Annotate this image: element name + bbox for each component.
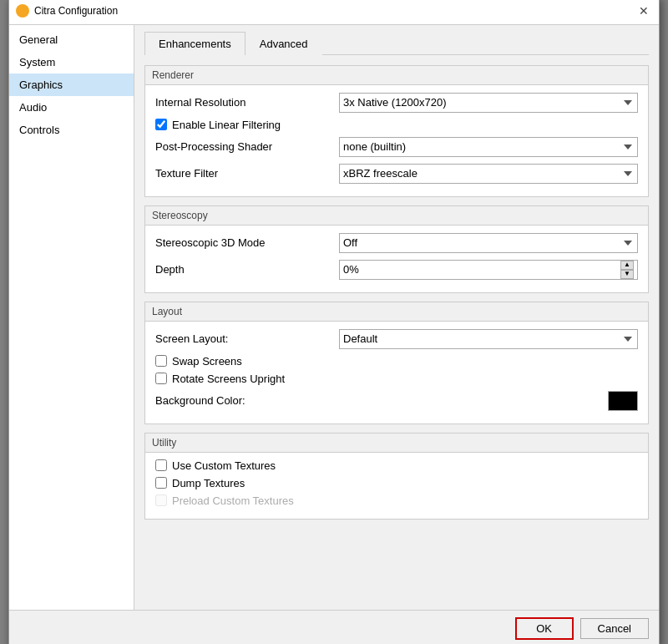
background-color-button[interactable] [608, 391, 638, 411]
texture-filter-select[interactable]: None xBRZ freescale [339, 164, 638, 184]
post-processing-control: none (builtin) [339, 137, 638, 157]
depth-control: ▲ ▼ [339, 260, 638, 280]
texture-filter-label: Texture Filter [155, 167, 339, 180]
dump-textures-row: Dump Textures [155, 477, 638, 489]
renderer-header: Renderer [145, 66, 648, 85]
post-processing-select[interactable]: none (builtin) [339, 137, 638, 157]
screen-layout-row: Screen Layout: Default Single Screen Lar… [155, 328, 638, 350]
post-processing-row: Post-Processing Shader none (builtin) [155, 136, 638, 158]
background-color-row: Background Color: [155, 390, 638, 412]
post-processing-label: Post-Processing Shader [155, 140, 339, 153]
stereoscopy-body: Stereoscopic 3D Mode Off Side by Side An… [145, 226, 648, 292]
layout-section: Layout Screen Layout: Default Single Scr… [144, 302, 649, 424]
depth-input[interactable] [343, 263, 575, 276]
depth-spinbox: ▲ ▼ [339, 260, 638, 280]
dump-textures-label: Dump Textures [172, 477, 245, 489]
sidebar-item-controls[interactable]: Controls [9, 119, 134, 141]
window-title: Citra Configuration [34, 5, 118, 17]
background-color-label: Background Color: [155, 394, 339, 407]
sidebar-item-general[interactable]: General [9, 28, 134, 51]
linear-filtering-checkbox[interactable] [155, 119, 167, 130]
screen-layout-control: Default Single Screen Large Screen Side … [339, 329, 638, 349]
depth-label: Depth [155, 263, 339, 276]
content-area: General System Graphics Audio Controls E… [9, 25, 659, 610]
stereo-mode-control: Off Side by Side Anaglyph [339, 233, 638, 253]
tab-advanced[interactable]: Advanced [245, 32, 322, 55]
texture-filter-control: None xBRZ freescale [339, 164, 638, 184]
app-icon [16, 4, 29, 18]
screen-layout-select[interactable]: Default Single Screen Large Screen Side … [339, 329, 638, 349]
swap-screens-checkbox[interactable] [155, 355, 167, 367]
depth-increment-button[interactable]: ▲ [620, 261, 634, 270]
stereo-mode-select[interactable]: Off Side by Side Anaglyph [339, 233, 638, 253]
stereo-mode-label: Stereoscopic 3D Mode [155, 236, 339, 249]
rotate-screens-checkbox[interactable] [155, 373, 167, 384]
internal-resolution-row: Internal Resolution Auto (Window Size) 1… [155, 92, 638, 114]
linear-filtering-label: Enable Linear Filtering [172, 119, 281, 131]
internal-resolution-control: Auto (Window Size) 1x Native (400x240) 2… [339, 93, 638, 113]
custom-textures-row: Use Custom Textures [155, 459, 638, 472]
use-custom-textures-label: Use Custom Textures [172, 459, 276, 472]
sidebar-item-graphics[interactable]: Graphics [9, 74, 134, 96]
rotate-screens-row: Rotate Screens Upright [155, 373, 638, 385]
utility-section: Utility Use Custom Textures Dump Texture… [144, 433, 649, 520]
layout-body: Screen Layout: Default Single Screen Lar… [145, 322, 648, 423]
renderer-section: Renderer Internal Resolution Auto (Windo… [144, 65, 649, 197]
main-window: Citra Configuration ✕ General System Gra… [8, 0, 660, 644]
renderer-body: Internal Resolution Auto (Window Size) 1… [145, 85, 648, 196]
rotate-screens-label: Rotate Screens Upright [172, 373, 285, 385]
background-color-control [339, 391, 638, 411]
swap-screens-row: Swap Screens [155, 355, 638, 368]
preload-custom-textures-label: Preload Custom Textures [172, 494, 294, 507]
internal-resolution-select[interactable]: Auto (Window Size) 1x Native (400x240) 2… [339, 93, 638, 113]
linear-filtering-row: Enable Linear Filtering [155, 119, 638, 131]
depth-spinbox-buttons: ▲ ▼ [620, 261, 634, 279]
texture-filter-row: Texture Filter None xBRZ freescale [155, 163, 638, 185]
cancel-button[interactable]: Cancel [580, 618, 649, 639]
swap-screens-label: Swap Screens [172, 355, 242, 368]
layout-header: Layout [145, 302, 648, 322]
screen-layout-label: Screen Layout: [155, 332, 339, 345]
sidebar-item-audio[interactable]: Audio [9, 96, 134, 119]
depth-decrement-button[interactable]: ▼ [620, 270, 634, 279]
internal-resolution-label: Internal Resolution [155, 96, 339, 109]
utility-body: Use Custom Textures Dump Textures Preloa… [145, 453, 648, 519]
ok-button[interactable]: OK [515, 617, 574, 640]
sidebar: General System Graphics Audio Controls [9, 25, 134, 610]
use-custom-textures-checkbox[interactable] [155, 459, 167, 471]
dump-textures-checkbox[interactable] [155, 477, 167, 489]
stereo-mode-row: Stereoscopic 3D Mode Off Side by Side An… [155, 232, 638, 254]
footer: OK Cancel [9, 610, 659, 645]
depth-row: Depth ▲ ▼ [155, 259, 638, 281]
stereoscopy-section: Stereoscopy Stereoscopic 3D Mode Off Sid… [144, 205, 649, 293]
titlebar-left: Citra Configuration [16, 4, 118, 18]
main-panel: Enhancements Advanced Renderer Internal … [134, 25, 659, 610]
sidebar-item-system[interactable]: System [9, 51, 134, 74]
preload-custom-textures-checkbox[interactable] [155, 494, 167, 506]
tab-enhancements[interactable]: Enhancements [144, 32, 245, 55]
utility-header: Utility [145, 434, 648, 453]
titlebar: Citra Configuration ✕ [9, 0, 659, 25]
stereoscopy-header: Stereoscopy [145, 206, 648, 226]
preload-custom-textures-row: Preload Custom Textures [155, 494, 638, 507]
close-button[interactable]: ✕ [635, 3, 652, 19]
tab-bar: Enhancements Advanced [144, 32, 649, 55]
